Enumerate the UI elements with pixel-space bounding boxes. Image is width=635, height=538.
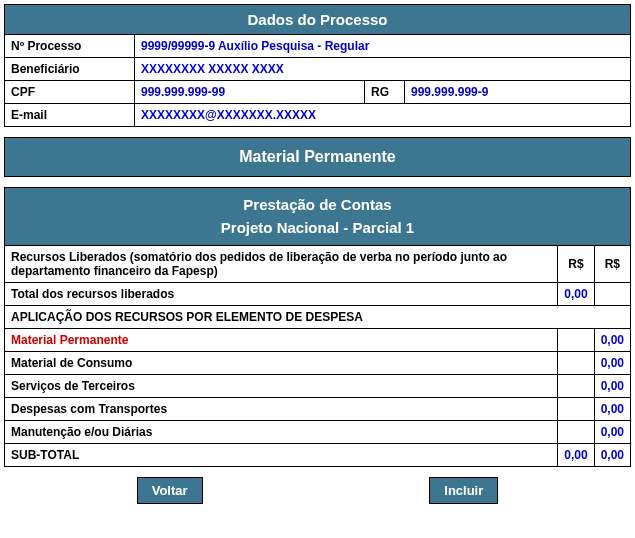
row-despesas-transportes: Despesas com Transportes	[5, 398, 558, 421]
label-numero: Nº Processo	[5, 35, 135, 58]
button-row: Voltar Incluir	[4, 477, 631, 504]
col-header-r2: R$	[594, 246, 630, 283]
row-servicos-terceiros: Serviços de Terceiros	[5, 375, 558, 398]
label-beneficiario: Beneficiário	[5, 58, 135, 81]
value-rg[interactable]: 999.999.999-9	[405, 81, 631, 104]
material-header: Material Permanente	[5, 138, 631, 177]
accounts-title: Prestação de Contas	[11, 194, 624, 217]
row-manutencao-diarias: Manutenção e/ou Diárias	[5, 421, 558, 444]
material-band-table: Material Permanente	[4, 137, 631, 177]
row-material-permanente[interactable]: Material Permanente	[5, 329, 558, 352]
accounts-header: Prestação de Contas Projeto Nacional - P…	[5, 188, 631, 246]
label-cpf: CPF	[5, 81, 135, 104]
row-material-consumo: Material de Consumo	[5, 352, 558, 375]
label-rg: RG	[365, 81, 405, 104]
accounts-table: Prestação de Contas Projeto Nacional - P…	[4, 187, 631, 467]
val-material-permanente-r2[interactable]: 0,00	[594, 329, 630, 352]
val-material-consumo-r1	[558, 352, 594, 375]
val-servicos-terceiros-r1	[558, 375, 594, 398]
value-beneficiario[interactable]: XXXXXXXX XXXXX XXXX	[135, 58, 631, 81]
voltar-button[interactable]: Voltar	[137, 477, 203, 504]
val-total-recursos-r2	[594, 283, 630, 306]
val-material-permanente-r1	[558, 329, 594, 352]
val-despesas-transportes-r2[interactable]: 0,00	[594, 398, 630, 421]
val-despesas-transportes-r1	[558, 398, 594, 421]
value-cpf[interactable]: 999.999.999-99	[135, 81, 365, 104]
value-email[interactable]: XXXXXXXX@XXXXXXX.XXXXX	[135, 104, 631, 127]
val-subtotal-r1[interactable]: 0,00	[558, 444, 594, 467]
row-total-recursos: Total dos recursos liberados	[5, 283, 558, 306]
label-email: E-mail	[5, 104, 135, 127]
val-material-consumo-r2[interactable]: 0,00	[594, 352, 630, 375]
accounts-subtitle: Projeto Nacional - Parcial 1	[11, 217, 624, 240]
row-recursos-liberados: Recursos Liberados (somatório dos pedido…	[5, 246, 558, 283]
process-data-table: Dados do Processo Nº Processo 9999/99999…	[4, 4, 631, 127]
val-total-recursos-r1[interactable]: 0,00	[558, 283, 594, 306]
val-manutencao-diarias-r1	[558, 421, 594, 444]
val-manutencao-diarias-r2[interactable]: 0,00	[594, 421, 630, 444]
row-subtotal: SUB-TOTAL	[5, 444, 558, 467]
incluir-button[interactable]: Incluir	[429, 477, 498, 504]
col-header-r1: R$	[558, 246, 594, 283]
row-aplicacao-section: APLICAÇÃO DOS RECURSOS POR ELEMENTO DE D…	[5, 306, 631, 329]
value-numero[interactable]: 9999/99999-9 Auxílio Pesquisa - Regular	[135, 35, 631, 58]
val-servicos-terceiros-r2[interactable]: 0,00	[594, 375, 630, 398]
val-subtotal-r2[interactable]: 0,00	[594, 444, 630, 467]
process-header: Dados do Processo	[5, 5, 631, 35]
